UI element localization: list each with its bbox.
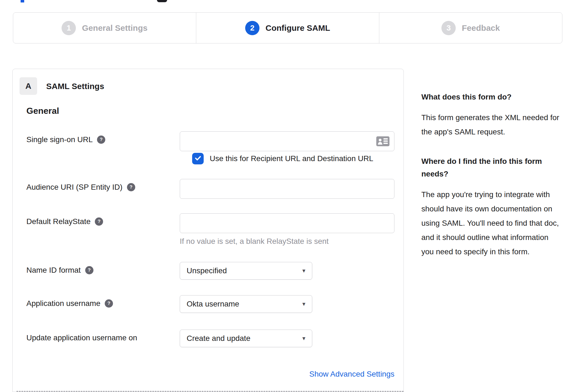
help-icon[interactable]: ? bbox=[95, 217, 103, 226]
sso-url-control bbox=[180, 131, 394, 151]
audience-uri-label-wrap: Audience URI (SP Entity ID) ? bbox=[26, 179, 180, 192]
audience-uri-control bbox=[180, 179, 394, 199]
form-row-sso-url: Single sign-on URL ? bbox=[26, 131, 403, 151]
name-id-format-select[interactable]: Unspecified ▾ bbox=[180, 262, 312, 280]
sso-url-input[interactable] bbox=[180, 131, 394, 151]
update-app-username-label: Update application username on bbox=[26, 333, 137, 342]
step-feedback[interactable]: 3 Feedback bbox=[379, 13, 562, 43]
saml-settings-panel: A SAML Settings General Single sign-on U… bbox=[12, 69, 404, 392]
recipient-destination-checkbox-row: Use this for Recipient URL and Destinati… bbox=[192, 153, 373, 164]
recipient-destination-checkbox[interactable] bbox=[192, 153, 204, 164]
checkbox-label: Use this for Recipient URL and Destinati… bbox=[210, 154, 373, 163]
update-app-username-select[interactable]: Create and update ▾ bbox=[180, 330, 312, 347]
app-username-select[interactable]: Okta username ▾ bbox=[180, 295, 312, 313]
general-heading: General bbox=[26, 106, 59, 116]
step-label: Feedback bbox=[462, 23, 500, 33]
step-general-settings[interactable]: 1 General Settings bbox=[13, 13, 196, 43]
update-app-username-control: Create and update ▾ bbox=[180, 330, 312, 347]
update-app-username-value: Create and update bbox=[187, 334, 250, 343]
help-icon[interactable]: ? bbox=[97, 136, 105, 144]
audience-uri-input[interactable] bbox=[180, 179, 394, 199]
check-icon bbox=[194, 154, 202, 163]
help-icon[interactable]: ? bbox=[105, 299, 113, 308]
chevron-down-icon: ▾ bbox=[302, 300, 305, 308]
step-configure-saml[interactable]: 2 Configure SAML bbox=[196, 13, 379, 43]
step-number-badge: 1 bbox=[62, 21, 76, 35]
form-row-audience-uri: Audience URI (SP Entity ID) ? bbox=[26, 179, 403, 199]
chevron-down-icon: ▾ bbox=[302, 267, 305, 274]
sso-url-label: Single sign-on URL bbox=[26, 135, 93, 144]
app-username-label-wrap: Application username ? bbox=[26, 295, 180, 308]
step-label: Configure SAML bbox=[266, 23, 330, 33]
name-id-format-value: Unspecified bbox=[187, 266, 227, 275]
form-row-relay-state: Default RelayState ? If no value is set,… bbox=[26, 213, 403, 246]
show-advanced-settings-link[interactable]: Show Advanced Settings bbox=[180, 370, 394, 379]
section-title: SAML Settings bbox=[46, 82, 104, 91]
app-username-control: Okta username ▾ bbox=[180, 295, 312, 313]
sso-url-label-wrap: Single sign-on URL ? bbox=[26, 131, 180, 144]
sidebar-heading: Where do I find the info this form needs… bbox=[421, 155, 563, 180]
wizard-stepper: 1 General Settings 2 Configure SAML 3 Fe… bbox=[13, 12, 562, 43]
relay-state-label-wrap: Default RelayState ? bbox=[26, 213, 180, 226]
step-number-badge: 3 bbox=[441, 21, 456, 35]
help-icon[interactable]: ? bbox=[127, 183, 135, 191]
relay-state-control: If no value is set, a blank RelayState i… bbox=[180, 213, 394, 246]
audience-uri-label: Audience URI (SP Entity ID) bbox=[26, 183, 123, 192]
app-username-label: Application username bbox=[26, 299, 100, 308]
help-icon[interactable]: ? bbox=[85, 266, 93, 274]
cutoff-blue-fragment bbox=[21, 0, 24, 2]
update-app-username-label-wrap: Update application username on bbox=[26, 330, 180, 342]
help-sidebar: What does this form do? This form genera… bbox=[421, 91, 563, 259]
name-id-format-label: Name ID format bbox=[26, 266, 81, 275]
app-username-value: Okta username bbox=[187, 300, 239, 308]
form-row-app-username: Application username ? Okta username ▾ bbox=[26, 295, 403, 313]
form-row-update-app-username: Update application username on Create an… bbox=[26, 330, 403, 347]
name-id-format-control: Unspecified ▾ bbox=[180, 262, 312, 280]
relay-state-hint: If no value is set, a blank RelayState i… bbox=[180, 237, 394, 246]
form-row-name-id-format: Name ID format ? Unspecified ▾ bbox=[26, 262, 403, 280]
sidebar-section: What does this form do? This form genera… bbox=[421, 91, 563, 139]
contact-card-icon[interactable] bbox=[376, 136, 389, 147]
chevron-down-icon: ▾ bbox=[302, 335, 305, 342]
cutoff-dark-icon-fragment bbox=[157, 0, 167, 2]
name-id-format-label-wrap: Name ID format ? bbox=[26, 262, 180, 275]
section-divider bbox=[16, 391, 403, 392]
section-letter-badge: A bbox=[20, 77, 37, 95]
step-label: General Settings bbox=[82, 23, 147, 33]
step-number-badge: 2 bbox=[245, 21, 259, 35]
sidebar-paragraph: The app you're trying to integrate with … bbox=[421, 187, 563, 259]
sidebar-heading: What does this form do? bbox=[421, 91, 563, 103]
sidebar-paragraph: This form generates the XML needed for t… bbox=[421, 111, 563, 139]
relay-state-label: Default RelayState bbox=[26, 217, 90, 226]
relay-state-input[interactable] bbox=[180, 213, 394, 233]
sidebar-section: Where do I find the info this form needs… bbox=[421, 155, 563, 259]
